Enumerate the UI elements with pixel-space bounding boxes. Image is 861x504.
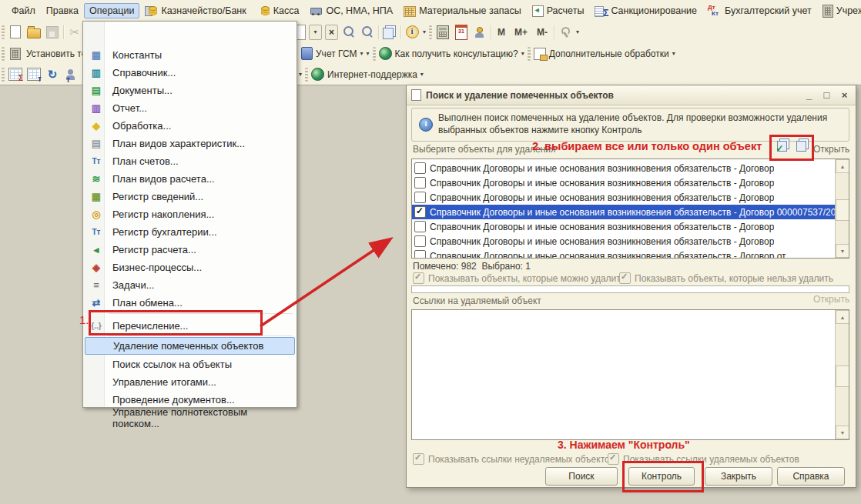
consultation-button[interactable]: Как получить консультацию?	[395, 48, 518, 59]
menu-item-tasks[interactable]: Задачи...	[85, 276, 295, 294]
scroll-down-arrow[interactable]: ▼	[836, 244, 849, 258]
list-item[interactable]: Справочник Договоры и иные основания воз…	[412, 219, 836, 234]
menu-treasury[interactable]: Казначейство/Банк	[139, 2, 251, 19]
dialog-title-bar[interactable]: Поиск и удаление помеченных объектов _ □…	[407, 85, 856, 105]
menu-item-catalog[interactable]: Справочник...	[85, 64, 295, 82]
scrollbar[interactable]: ▲ ▼	[835, 310, 849, 439]
scroll-thumb[interactable]	[836, 365, 849, 387]
menu-item-report[interactable]: Отчет...	[85, 99, 295, 117]
table-text-button[interactable]	[26, 67, 42, 82]
menu-item-delete-marked-objects[interactable]: Удаление помеченных объектов	[85, 337, 295, 355]
menu-cash[interactable]: Касса	[252, 2, 305, 19]
list-item[interactable]: Справочник Договоры и иные основания воз…	[412, 161, 836, 175]
chevron-down-icon[interactable]: ▾	[299, 71, 302, 78]
menu-item-exchange-plan[interactable]: План обмена...	[85, 294, 295, 312]
checkbox-show-nondeletable[interactable]: Показывать объекты, которые нельзя удали…	[619, 272, 833, 284]
menu-item-calculation-register[interactable]: Регистр расчета...	[85, 241, 295, 259]
menu-item-accumulation-register[interactable]: Регистр накопления...	[85, 205, 295, 223]
row-checkbox[interactable]	[414, 177, 426, 189]
checkbox-show-deletable[interactable]: Показывать объекты, которые можно удалит…	[413, 272, 625, 284]
clear-combo-button[interactable]: ×	[325, 25, 338, 40]
chevron-down-icon[interactable]: ▾	[366, 50, 369, 57]
chevron-down-icon[interactable]: ▾	[420, 71, 424, 78]
references-list[interactable]: ▲ ▼	[411, 309, 849, 440]
chevron-down-icon[interactable]: ▾	[521, 50, 524, 57]
scroll-thumb[interactable]	[836, 199, 849, 221]
row-checkbox[interactable]	[414, 235, 426, 247]
chevron-down-icon[interactable]: ▾	[360, 50, 363, 57]
scroll-down-arrow[interactable]: ▼	[836, 426, 849, 439]
menu-sanctioning[interactable]: Санкционирование	[589, 2, 702, 19]
help-button[interactable]: Справка	[777, 467, 845, 486]
checkbox-show-refs-nondeletable[interactable]: Показывать ссылки неудаляемых объектов	[413, 453, 615, 465]
toolbar-grip[interactable]	[2, 47, 5, 61]
menu-item-chart-of-accounts[interactable]: План счетов...	[85, 152, 295, 170]
list-item[interactable]: Справочник Договоры и иные основания воз…	[412, 234, 836, 249]
open-link-top[interactable]: Открыть	[813, 144, 849, 155]
settings-button[interactable]	[558, 25, 573, 40]
row-checkbox-checked[interactable]	[414, 206, 426, 218]
row-checkbox[interactable]	[414, 221, 426, 232]
menu-institution[interactable]: Учреждение	[817, 2, 861, 20]
close-button[interactable]: ×	[838, 89, 851, 101]
minimize-button[interactable]: _	[802, 89, 816, 101]
menu-edit[interactable]: Правка	[41, 3, 84, 18]
calendar-button[interactable]	[454, 25, 469, 40]
menu-item-characteristic-plans[interactable]: План видов характеристик...	[85, 135, 295, 152]
list-item[interactable]: Справочник Договоры и иные основания воз…	[412, 190, 836, 205]
cut-button[interactable]	[67, 25, 82, 40]
combo-dropdown-button[interactable]: ▾	[309, 25, 322, 40]
copy-button[interactable]	[382, 25, 397, 40]
menu-item-fulltext-search[interactable]: Управление полнотекстовым поиском...	[85, 409, 295, 426]
objects-list[interactable]: Справочник Договоры и иные основания воз…	[411, 159, 849, 259]
internet-support-button[interactable]: Интернет-поддержка	[327, 69, 417, 80]
toolbar-grip[interactable]	[2, 68, 5, 82]
menu-item-business-processes[interactable]: Бизнес-процессы...	[85, 259, 295, 276]
toolbar-grip[interactable]	[528, 47, 531, 61]
menu-item-constants[interactable]: Константы	[85, 46, 295, 64]
menu-item-find-references[interactable]: Поиск ссылок на объекты	[85, 355, 295, 373]
list-item[interactable]: Справочник Договоры и иные основания воз…	[412, 175, 836, 190]
scroll-up-arrow[interactable]: ▲	[836, 159, 849, 173]
menu-item-information-register[interactable]: Регистр сведений...	[85, 188, 295, 205]
chevron-down-icon[interactable]: ▾	[423, 28, 426, 35]
memory-recall-button[interactable]: M	[494, 25, 508, 40]
maximize-button[interactable]: □	[820, 89, 833, 101]
menu-item-accounting-register[interactable]: Регистр бухгалтерии...	[85, 223, 295, 241]
fuel-accounting-button[interactable]: Учет ГСМ	[316, 48, 357, 59]
user-lock-button[interactable]	[472, 25, 487, 40]
menu-item-calculation-types[interactable]: План видов расчета...	[85, 170, 295, 188]
chevron-down-icon[interactable]: ▾	[672, 50, 675, 57]
row-checkbox[interactable]	[414, 162, 426, 174]
menu-settlements[interactable]: Расчеты	[527, 2, 590, 19]
open-button[interactable]	[26, 25, 42, 40]
extra-processing-button[interactable]: Дополнительные обработки	[549, 48, 669, 59]
scrollbar[interactable]: ▲ ▼	[835, 159, 849, 258]
menu-item-totals-management[interactable]: Управление итогами...	[85, 373, 295, 391]
find-button[interactable]	[341, 25, 357, 40]
menu-materials[interactable]: Материальные запасы	[398, 2, 526, 19]
search-button[interactable]: Поиск	[545, 467, 618, 486]
toolbar-grip[interactable]	[305, 68, 308, 82]
toolbar-grip[interactable]	[2, 25, 5, 39]
row-checkbox[interactable]	[414, 192, 426, 203]
close-dialog-button[interactable]: Закрыть	[705, 467, 772, 486]
refresh-button[interactable]	[45, 67, 60, 82]
list-item[interactable]: Справочник Договоры и иные основания воз…	[412, 249, 836, 259]
row-checkbox[interactable]	[414, 250, 426, 259]
chevron-down-icon[interactable]: ▾	[576, 28, 579, 35]
menu-item-processing[interactable]: Обработка...	[85, 117, 295, 135]
memory-subtract-button[interactable]: M-	[534, 25, 551, 40]
set-date-label[interactable]: Установить тек	[26, 48, 91, 59]
save-button[interactable]	[45, 25, 60, 40]
list-item-selected[interactable]: Справочник Договоры и иные основания воз…	[412, 205, 836, 219]
menu-fixed-assets[interactable]: ОС, НМА, НПА	[304, 2, 398, 19]
new-document-button[interactable]	[8, 25, 23, 40]
toolbar-grip[interactable]	[373, 47, 376, 61]
scroll-up-arrow[interactable]: ▲	[836, 310, 849, 324]
menu-file[interactable]: Файл	[6, 3, 41, 18]
user-text-button[interactable]	[63, 67, 79, 82]
set-date-button[interactable]	[8, 46, 23, 62]
toolbar-grip[interactable]	[429, 25, 432, 39]
menu-operations[interactable]: Операции	[84, 3, 139, 18]
